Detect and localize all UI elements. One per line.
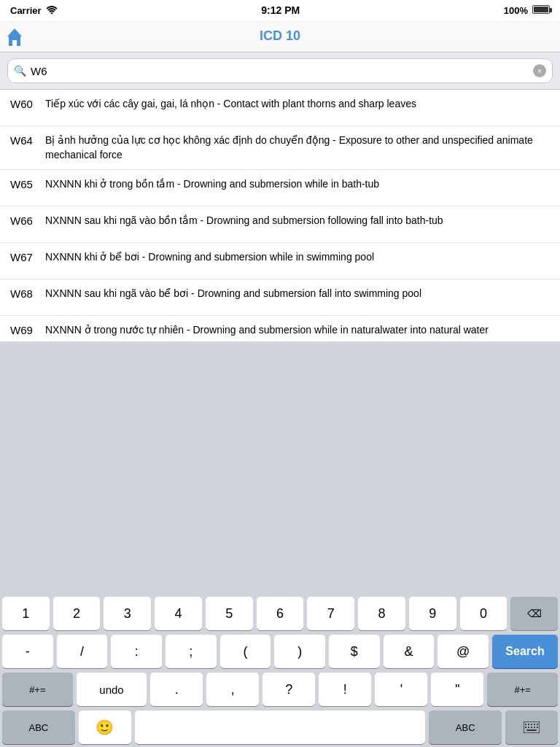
svg-rect-13 [534,727,535,728]
item-description: NXNNN khi ở bể bơi - Drowning and submer… [45,250,550,265]
item-code: W60 [10,97,42,110]
svg-marker-2 [7,28,22,36]
key-emoji[interactable]: 🙂 [79,711,131,744]
search-icon: 🔍 [14,65,26,77]
key-rparen[interactable]: ) [274,635,325,668]
key-hashplus-right[interactable]: #+= [487,673,558,706]
key-period[interactable]: . [150,673,203,706]
nav-bar: ICD 10 [0,20,560,53]
wifi-icon [46,5,58,16]
key-abc-right[interactable]: ABC [429,711,502,744]
svg-rect-9 [537,724,538,725]
key-dash[interactable]: - [2,635,53,668]
status-right: 100% [504,5,550,16]
key-colon[interactable]: : [111,635,162,668]
home-icon [7,26,22,47]
svg-rect-5 [525,724,526,725]
keyboard-icon [524,721,540,733]
key-exclaim[interactable]: ! [319,673,371,706]
battery-icon [532,5,550,16]
key-8[interactable]: 8 [358,597,405,630]
key-keyboard[interactable] [505,711,558,744]
key-5[interactable]: 5 [206,597,253,630]
key-3[interactable]: 3 [104,597,151,630]
list-item[interactable]: W68 NXNNN sau khi ngã vào bể bơi - Drown… [0,279,560,316]
key-4[interactable]: 4 [155,597,202,630]
search-button[interactable]: Search [492,635,558,668]
svg-rect-6 [528,724,529,725]
page-title: ICD 10 [260,28,300,44]
item-description: Bị ảnh hưởng của lực cơ học không xác đị… [45,133,550,162]
svg-rect-14 [537,727,538,728]
list-item[interactable]: W67 NXNNN khi ở bể bơi - Drowning and su… [0,243,560,279]
svg-rect-7 [531,724,532,725]
keyboard: 1 2 3 4 5 6 7 8 9 0 ⌫ - / : ; ( ) $ & @ … [0,592,560,747]
item-description: NXNNN sau khi ngã vào bồn tắm - Drowning… [45,214,550,228]
item-code: W66 [10,214,42,227]
key-lparen[interactable]: ( [220,635,271,668]
key-dollar[interactable]: $ [329,635,380,668]
list-item[interactable]: W60 Tiếp xúc với các cây gai, gai, lá nh… [0,90,560,126]
status-bar: Carrier 9:12 PM 100% [0,0,560,20]
key-semicolon[interactable]: ; [166,635,217,668]
key-space[interactable] [135,711,426,744]
results-list: W60 Tiếp xúc với các cây gai, gai, lá nh… [0,90,560,341]
key-9[interactable]: 9 [409,597,456,630]
item-code: W68 [10,287,42,300]
svg-rect-15 [526,729,537,731]
delete-key[interactable]: ⌫ [510,597,558,630]
list-item[interactable]: W66 NXNNN sau khi ngã vào bồn tắm - Drow… [0,206,560,243]
empty-area [0,341,560,593]
key-7[interactable]: 7 [307,597,354,630]
item-description: NXNNN khi ở trong bồn tắm - Drowning and… [45,177,550,192]
search-input[interactable]: W6 [31,65,533,77]
key-question[interactable]: ? [262,673,315,706]
key-0[interactable]: 0 [460,597,508,630]
nav-back-button[interactable] [7,26,22,47]
svg-rect-10 [525,727,526,728]
keyboard-row-bottom: ABC 🙂 ABC [2,711,558,744]
svg-point-0 [50,12,52,14]
svg-rect-8 [534,724,535,725]
key-quote[interactable]: " [431,673,483,706]
svg-rect-3 [12,40,17,46]
carrier-label: Carrier [10,5,42,16]
keyboard-row-symbols: - / : ; ( ) $ & @ Search [2,635,558,668]
key-hashplus-left[interactable]: #+= [2,673,73,706]
status-left: Carrier [10,5,58,16]
item-code: W65 [10,177,42,190]
key-apostrophe[interactable]: ' [375,673,427,706]
svg-rect-11 [528,727,529,728]
key-amp[interactable]: & [384,635,435,668]
item-description: NXNNN sau khi ngã vào bể bơi - Drowning … [45,287,550,301]
list-item[interactable]: W64 Bị ảnh hưởng của lực cơ học không xá… [0,126,560,170]
list-item[interactable]: W69 NXNNN ở trong nước tự nhiên - Drowni… [0,316,560,341]
svg-rect-12 [531,727,532,728]
item-description: Tiếp xúc với các cây gai, gai, lá nhọn -… [45,97,550,112]
clear-button[interactable]: × [533,64,546,77]
keyboard-row-numbers: 1 2 3 4 5 6 7 8 9 0 ⌫ [2,597,558,630]
keyboard-row-more: #+= undo . , ? ! ' " #+= [2,673,558,706]
key-6[interactable]: 6 [257,597,304,630]
key-1[interactable]: 1 [2,597,50,630]
item-code: W69 [10,323,42,336]
item-description: NXNNN ở trong nước tự nhiên - Drowning a… [45,323,550,338]
battery-percent: 100% [504,5,528,16]
search-bar-container: 🔍 W6 × [0,53,560,90]
key-slash[interactable]: / [57,635,108,668]
search-bar[interactable]: 🔍 W6 × [7,58,553,83]
key-2[interactable]: 2 [53,597,101,630]
item-code: W67 [10,250,42,263]
list-item[interactable]: W65 NXNNN khi ở trong bồn tắm - Drowning… [0,170,560,206]
item-code: W64 [10,133,42,147]
key-abc-left[interactable]: ABC [2,711,75,744]
key-at[interactable]: @ [438,635,489,668]
key-undo[interactable]: undo [77,673,147,706]
key-comma[interactable]: , [206,673,259,706]
status-time: 9:12 PM [261,4,300,16]
